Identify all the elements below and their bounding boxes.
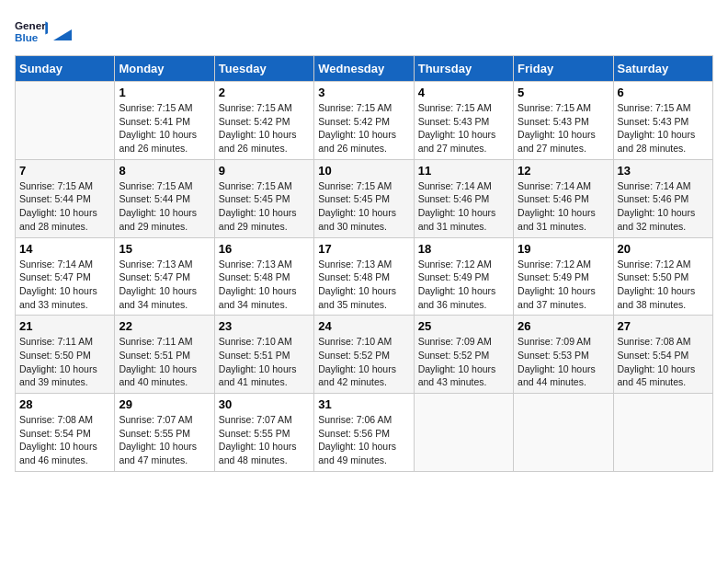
day-number: 15 [119, 242, 210, 256]
calendar-cell: 16Sunrise: 7:13 AMSunset: 5:48 PMDayligh… [214, 237, 313, 316]
day-info: Sunrise: 7:13 AMSunset: 5:47 PMDaylight:… [119, 258, 210, 312]
calendar-cell: 31Sunrise: 7:06 AMSunset: 5:56 PMDayligh… [314, 394, 414, 472]
calendar-cell: 6Sunrise: 7:15 AMSunset: 5:43 PMDaylight… [613, 82, 712, 160]
calendar-cell: 7Sunrise: 7:15 AMSunset: 5:44 PMDaylight… [16, 159, 115, 237]
day-info: Sunrise: 7:15 AMSunset: 5:45 PMDaylight:… [219, 179, 310, 234]
calendar-cell: 18Sunrise: 7:12 AMSunset: 5:49 PMDayligh… [414, 237, 513, 316]
day-number: 18 [418, 242, 509, 256]
day-number: 26 [518, 319, 609, 333]
day-number: 14 [19, 242, 110, 256]
calendar-cell: 3Sunrise: 7:15 AMSunset: 5:42 PMDaylight… [314, 82, 414, 160]
day-info: Sunrise: 7:13 AMSunset: 5:48 PMDaylight:… [219, 258, 310, 312]
day-number: 3 [318, 86, 409, 99]
calendar-cell: 12Sunrise: 7:14 AMSunset: 5:46 PMDayligh… [514, 159, 613, 237]
day-info: Sunrise: 7:15 AMSunset: 5:42 PMDaylight:… [318, 101, 409, 155]
day-number: 6 [618, 86, 709, 99]
calendar-table: SundayMondayTuesdayWednesdayThursdayFrid… [15, 55, 713, 472]
day-number: 25 [418, 319, 509, 333]
day-info: Sunrise: 7:10 AMSunset: 5:51 PMDaylight:… [219, 335, 310, 389]
day-info: Sunrise: 7:08 AMSunset: 5:54 PMDaylight:… [19, 413, 110, 467]
week-row-4: 21Sunrise: 7:11 AMSunset: 5:50 PMDayligh… [16, 316, 713, 394]
day-info: Sunrise: 7:08 AMSunset: 5:54 PMDaylight:… [618, 335, 709, 389]
calendar-header-row: SundayMondayTuesdayWednesdayThursdayFrid… [16, 56, 713, 82]
svg-text:Blue: Blue [15, 31, 39, 43]
day-info: Sunrise: 7:09 AMSunset: 5:53 PMDaylight:… [518, 335, 609, 389]
day-number: 5 [518, 86, 609, 99]
day-info: Sunrise: 7:15 AMSunset: 5:43 PMDaylight:… [518, 101, 609, 155]
week-row-3: 14Sunrise: 7:14 AMSunset: 5:47 PMDayligh… [16, 237, 713, 316]
header-monday: Monday [115, 56, 214, 82]
calendar-cell: 25Sunrise: 7:09 AMSunset: 5:52 PMDayligh… [414, 316, 513, 394]
page-header: General Blue [15, 15, 713, 48]
day-info: Sunrise: 7:12 AMSunset: 5:49 PMDaylight:… [418, 258, 509, 312]
day-number: 23 [219, 319, 310, 333]
day-info: Sunrise: 7:07 AMSunset: 5:55 PMDaylight:… [219, 413, 310, 467]
week-row-2: 7Sunrise: 7:15 AMSunset: 5:44 PMDaylight… [16, 159, 713, 237]
calendar-cell: 1Sunrise: 7:15 AMSunset: 5:41 PMDaylight… [115, 82, 214, 160]
day-number: 1 [119, 86, 210, 99]
calendar-cell: 5Sunrise: 7:15 AMSunset: 5:43 PMDaylight… [514, 82, 613, 160]
calendar-cell: 30Sunrise: 7:07 AMSunset: 5:55 PMDayligh… [214, 394, 313, 472]
day-number: 27 [618, 319, 709, 333]
calendar-cell: 14Sunrise: 7:14 AMSunset: 5:47 PMDayligh… [16, 237, 115, 316]
day-number: 2 [219, 86, 310, 99]
day-info: Sunrise: 7:14 AMSunset: 5:46 PMDaylight:… [518, 179, 609, 234]
calendar-cell: 21Sunrise: 7:11 AMSunset: 5:50 PMDayligh… [16, 316, 115, 394]
day-number: 30 [219, 397, 310, 411]
calendar-cell: 13Sunrise: 7:14 AMSunset: 5:46 PMDayligh… [613, 159, 712, 237]
svg-text:General: General [15, 19, 48, 31]
day-number: 19 [518, 242, 609, 256]
calendar-cell: 19Sunrise: 7:12 AMSunset: 5:49 PMDayligh… [514, 237, 613, 316]
day-info: Sunrise: 7:12 AMSunset: 5:50 PMDaylight:… [618, 258, 709, 312]
calendar-cell: 27Sunrise: 7:08 AMSunset: 5:54 PMDayligh… [613, 316, 712, 394]
calendar-cell [613, 394, 712, 472]
calendar-cell: 10Sunrise: 7:15 AMSunset: 5:45 PMDayligh… [314, 159, 414, 237]
calendar-cell: 23Sunrise: 7:10 AMSunset: 5:51 PMDayligh… [214, 316, 313, 394]
calendar-cell: 11Sunrise: 7:14 AMSunset: 5:46 PMDayligh… [414, 159, 513, 237]
day-number: 17 [318, 242, 409, 256]
day-number: 22 [119, 319, 210, 333]
day-info: Sunrise: 7:15 AMSunset: 5:42 PMDaylight:… [219, 101, 310, 155]
day-info: Sunrise: 7:13 AMSunset: 5:48 PMDaylight:… [318, 258, 409, 312]
header-thursday: Thursday [414, 56, 513, 82]
logo-triangle-icon [53, 22, 72, 40]
day-number: 11 [418, 164, 509, 178]
day-info: Sunrise: 7:14 AMSunset: 5:47 PMDaylight:… [19, 258, 110, 312]
day-number: 21 [19, 319, 110, 333]
calendar-cell: 2Sunrise: 7:15 AMSunset: 5:42 PMDaylight… [214, 82, 313, 160]
day-info: Sunrise: 7:15 AMSunset: 5:43 PMDaylight:… [618, 101, 709, 155]
day-number: 8 [119, 164, 210, 178]
day-info: Sunrise: 7:11 AMSunset: 5:51 PMDaylight:… [119, 335, 210, 389]
header-wednesday: Wednesday [314, 56, 414, 82]
calendar-cell [16, 82, 115, 160]
day-number: 29 [119, 397, 210, 411]
calendar-cell: 17Sunrise: 7:13 AMSunset: 5:48 PMDayligh… [314, 237, 414, 316]
calendar-cell [514, 394, 613, 472]
day-number: 20 [618, 242, 709, 256]
day-number: 12 [518, 164, 609, 178]
calendar-cell: 20Sunrise: 7:12 AMSunset: 5:50 PMDayligh… [613, 237, 712, 316]
calendar-cell: 29Sunrise: 7:07 AMSunset: 5:55 PMDayligh… [115, 394, 214, 472]
calendar-cell [414, 394, 513, 472]
day-info: Sunrise: 7:14 AMSunset: 5:46 PMDaylight:… [418, 179, 509, 234]
day-info: Sunrise: 7:14 AMSunset: 5:46 PMDaylight:… [618, 179, 709, 234]
calendar-cell: 24Sunrise: 7:10 AMSunset: 5:52 PMDayligh… [314, 316, 414, 394]
header-friday: Friday [514, 56, 613, 82]
day-info: Sunrise: 7:10 AMSunset: 5:52 PMDaylight:… [318, 335, 409, 389]
day-info: Sunrise: 7:15 AMSunset: 5:41 PMDaylight:… [119, 101, 210, 155]
calendar-cell: 22Sunrise: 7:11 AMSunset: 5:51 PMDayligh… [115, 316, 214, 394]
calendar-cell: 9Sunrise: 7:15 AMSunset: 5:45 PMDaylight… [214, 159, 313, 237]
calendar-cell: 4Sunrise: 7:15 AMSunset: 5:43 PMDaylight… [414, 82, 513, 160]
day-info: Sunrise: 7:09 AMSunset: 5:52 PMDaylight:… [418, 335, 509, 389]
day-info: Sunrise: 7:07 AMSunset: 5:55 PMDaylight:… [119, 413, 210, 467]
svg-marker-2 [45, 21, 48, 34]
day-number: 13 [618, 164, 709, 178]
calendar-cell: 28Sunrise: 7:08 AMSunset: 5:54 PMDayligh… [16, 394, 115, 472]
day-info: Sunrise: 7:15 AMSunset: 5:44 PMDaylight:… [19, 179, 110, 234]
day-number: 10 [318, 164, 409, 178]
day-number: 4 [418, 86, 509, 99]
logo: General Blue [15, 15, 72, 48]
day-number: 28 [19, 397, 110, 411]
header-tuesday: Tuesday [214, 56, 313, 82]
day-info: Sunrise: 7:12 AMSunset: 5:49 PMDaylight:… [518, 258, 609, 312]
